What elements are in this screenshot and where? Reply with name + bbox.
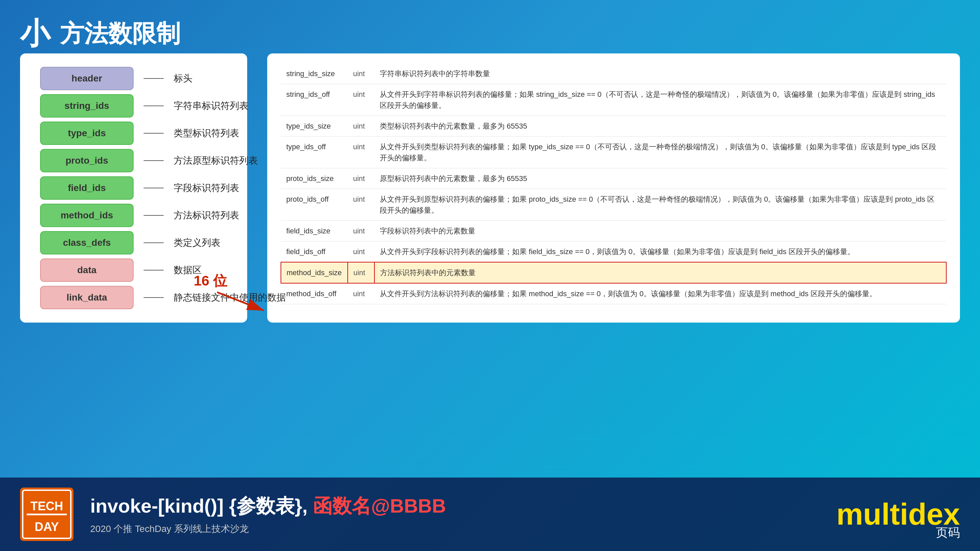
dex-label-field-ids: 字段标识符列表 — [174, 182, 239, 194]
bits-label: 16 位 — [194, 274, 228, 289]
right-table-container: string_ids_size uint 字符串标识符列表中的字符串数量 str… — [267, 54, 960, 322]
footer-text-area: invoke-[kind()] {参数表}, 函数名@BBBB 2020 个推 … — [90, 493, 446, 535]
table-cell-type: uint — [348, 137, 374, 168]
data-table: string_ids_size uint 字符串标识符列表中的字符串数量 str… — [281, 64, 947, 304]
table-cell-desc: 从文件开头到字符串标识符列表的偏移量；如果 string_ids_size ==… — [374, 84, 946, 116]
dex-label-method-ids: 方法标识符列表 — [174, 209, 239, 222]
table-cell-desc: 字符串标识符列表中的字符串数量 — [374, 64, 946, 84]
connector — [144, 160, 164, 161]
table-cell-type: uint — [348, 64, 374, 84]
table-row: type_ids_off uint 从文件开头到类型标识符列表的偏移量；如果 t… — [281, 137, 946, 168]
table-cell-desc: 原型标识符列表中的元素数量，最多为 65535 — [374, 168, 946, 189]
table-cell-field: proto_ids_size — [281, 168, 348, 189]
table-row: method_ids_off uint 从文件开头到方法标识符列表的偏移量；如果… — [281, 283, 946, 304]
dex-label-class-defs: 类定义列表 — [174, 237, 220, 249]
dex-box-header: header — [40, 67, 134, 90]
dex-row-header: header 标头 — [40, 67, 227, 90]
dex-row-proto-ids: proto_ids 方法原型标识符列表 — [40, 149, 227, 172]
main-content: header 标头 string_ids 字符串标识符列表 type_ids 类… — [20, 54, 960, 322]
connector — [144, 215, 164, 216]
connector — [144, 188, 164, 188]
page-header: 小 方法数限制 — [20, 13, 180, 54]
svg-rect-4 — [27, 514, 67, 515]
dex-row-string-ids: string_ids 字符串标识符列表 — [40, 94, 227, 118]
dex-row-type-ids: type_ids 类型标识符列表 — [40, 122, 227, 145]
table-cell-field: string_ids_off — [281, 84, 348, 116]
table-cell-field: proto_ids_off — [281, 189, 348, 221]
connector — [144, 78, 164, 79]
red-arrow-svg: 16 位 — [190, 274, 297, 321]
table-cell-field: field_ids_off — [281, 241, 348, 262]
arrow-line — [217, 292, 264, 311]
dex-box-field-ids: field_ids — [40, 176, 134, 200]
table-cell-field: type_ids_off — [281, 137, 348, 168]
table-cell-type: uint — [348, 283, 374, 304]
table-cell-field: string_ids_size — [281, 64, 348, 84]
footer-subtitle: 2020 个推 TechDay 系列线上技术沙龙 — [90, 522, 446, 535]
table-row: field_ids_size uint 字段标识符列表中的元素数量 — [281, 221, 946, 241]
table-cell-type: uint — [348, 241, 374, 262]
dex-row-class-defs: class_defs 类定义列表 — [40, 231, 227, 254]
dex-box-data: data — [40, 259, 134, 282]
table-cell-desc: 从文件开头到字段标识符列表的偏移量；如果 field_ids_size == 0… — [374, 241, 946, 262]
table-cell-type: uint — [348, 189, 374, 221]
svg-text:DAY: DAY — [35, 520, 59, 534]
table-row: field_ids_off uint 从文件开头到字段标识符列表的偏移量；如果 … — [281, 241, 946, 262]
footer-main-text: invoke-[kind()] {参数表}, 函数名@BBBB — [90, 493, 446, 519]
table-row: method_ids_size uint 方法标识符列表中的元素数量 — [281, 262, 946, 283]
footer-func-text: 函数名@BBBB — [313, 495, 446, 517]
dex-structure: header 标头 string_ids 字符串标识符列表 type_ids 类… — [40, 67, 227, 309]
table-row: proto_ids_off uint 从文件开头到原型标识符列表的偏移量；如果 … — [281, 189, 946, 221]
tech-day-logo: TECH DAY — [20, 487, 73, 541]
connector — [144, 297, 164, 298]
dex-label-header: 标头 — [174, 72, 192, 85]
table-row: string_ids_size uint 字符串标识符列表中的字符串数量 — [281, 64, 946, 84]
connector — [144, 106, 164, 106]
dex-box-link-data: link_data — [40, 286, 134, 309]
dex-label-proto-ids: 方法原型标识符列表 — [174, 154, 258, 167]
table-cell-type: uint — [348, 116, 374, 137]
dex-row-field-ids: field_ids 字段标识符列表 — [40, 176, 227, 200]
footer-invoke-text: invoke-[kind()] {参数表}, — [90, 495, 313, 517]
dex-row-method-ids: method_ids 方法标识符列表 — [40, 204, 227, 227]
svg-text:TECH: TECH — [30, 499, 63, 513]
dex-box-type-ids: type_ids — [40, 122, 134, 145]
dex-box-method-ids: method_ids — [40, 204, 134, 227]
table-cell-desc: 从文件开头到原型标识符列表的偏移量；如果 proto_ids_size == 0… — [374, 189, 946, 221]
small-char: 小 — [20, 13, 50, 54]
connector — [144, 270, 164, 270]
dex-box-proto-ids: proto_ids — [40, 149, 134, 172]
connector — [144, 243, 164, 243]
table-cell-desc: 从文件开头到方法标识符列表的偏移量；如果 method_ids_size == … — [374, 283, 946, 304]
table-cell-desc: 类型标识符列表中的元素数量，最多为 65535 — [374, 116, 946, 137]
dex-box-string-ids: string_ids — [40, 94, 134, 118]
table-row: proto_ids_size uint 原型标识符列表中的元素数量，最多为 65… — [281, 168, 946, 189]
table-cell-type: uint — [348, 168, 374, 189]
table-cell-type: uint — [348, 84, 374, 116]
table-cell-field: type_ids_size — [281, 116, 348, 137]
table-row: type_ids_size uint 类型标识符列表中的元素数量，最多为 655… — [281, 116, 946, 137]
footer: TECH DAY invoke-[kind()] {参数表}, 函数名@BBBB… — [0, 478, 980, 551]
page-title: 方法数限制 — [60, 18, 180, 50]
table-cell-desc: 方法标识符列表中的元素数量 — [374, 262, 946, 283]
table-cell-field: field_ids_size — [281, 221, 348, 241]
page-number: 页码 — [936, 525, 960, 541]
annotation-area: 16 位 — [190, 274, 297, 322]
table-cell-type: uint — [348, 221, 374, 241]
table-cell-desc: 从文件开头到类型标识符列表的偏移量；如果 type_ids_size == 0（… — [374, 137, 946, 168]
dex-box-class-defs: class_defs — [40, 231, 134, 254]
table-cell-desc: 字段标识符列表中的元素数量 — [374, 221, 946, 241]
table-row: string_ids_off uint 从文件开头到字符串标识符列表的偏移量；如… — [281, 84, 946, 116]
dex-label-string-ids: 字符串标识符列表 — [174, 100, 248, 112]
dex-label-type-ids: 类型标识符列表 — [174, 127, 239, 140]
connector — [144, 133, 164, 133]
table-cell-type: uint — [348, 262, 374, 283]
